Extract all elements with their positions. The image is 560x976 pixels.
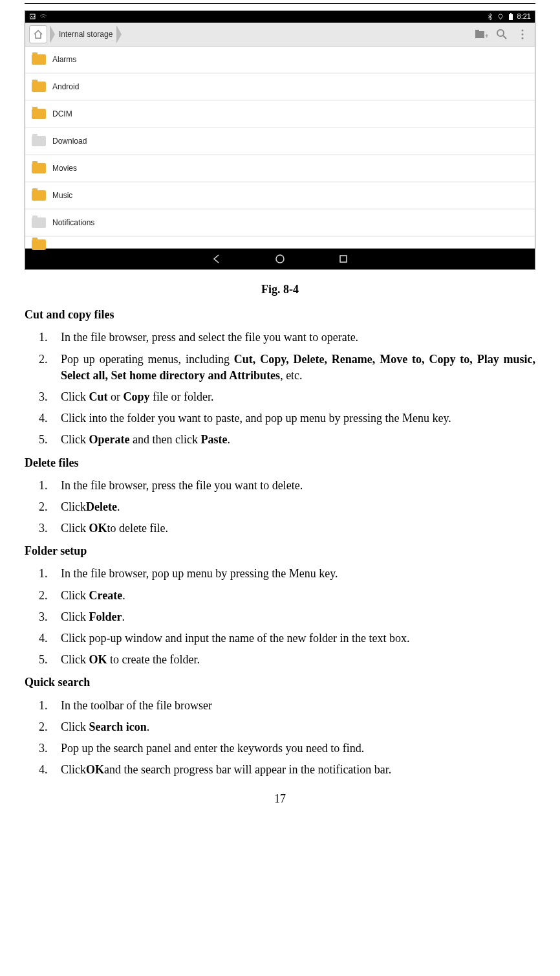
step-item: Click Search icon.	[39, 719, 535, 735]
status-bar: 8:21	[25, 11, 535, 23]
wifi-icon	[39, 13, 47, 21]
location-icon	[497, 13, 504, 21]
folder-row[interactable]: Android	[25, 74, 535, 100]
gallery-icon	[29, 13, 37, 21]
folder-row[interactable]: DCIM	[25, 101, 535, 127]
folder-row[interactable]: Alarms	[25, 47, 535, 72]
steps-list: In the file browser, press and select th…	[39, 329, 535, 448]
step-item: In the file browser, pop up menu by pres…	[39, 566, 535, 582]
folder-icon	[32, 190, 46, 201]
svg-rect-12	[340, 256, 347, 262]
svg-rect-1	[509, 14, 513, 20]
svg-rect-4	[475, 30, 479, 32]
folder-icon	[32, 239, 46, 250]
search-button[interactable]	[493, 26, 510, 43]
search-icon	[496, 28, 508, 40]
folder-name: DCIM	[52, 109, 72, 120]
step-item: Pop up the search panel and enter the ke…	[39, 740, 535, 757]
step-item: ClickDelete.	[39, 499, 535, 515]
home-button[interactable]	[29, 25, 47, 43]
section-title: Delete files	[25, 455, 535, 471]
svg-rect-2	[510, 13, 512, 14]
folder-add-icon: +	[475, 29, 488, 39]
svg-point-11	[276, 255, 284, 263]
step-item: Click into the folder you want to paste,…	[39, 410, 535, 427]
section-title: Quick search	[25, 674, 535, 691]
svg-text:+: +	[485, 32, 488, 39]
step-item: Click Cut or Copy file or folder.	[39, 389, 535, 405]
steps-list: In the file browser, press the file you …	[39, 478, 535, 537]
folder-row[interactable]: Music	[25, 183, 535, 208]
folder-row-partial	[25, 237, 535, 249]
svg-point-9	[522, 34, 524, 36]
back-icon	[211, 254, 222, 264]
folder-row[interactable]: Download	[25, 128, 535, 154]
chevron-icon	[50, 25, 55, 43]
folder-name: Android	[52, 82, 79, 93]
screenshot-file-browser: 8:21 Internal storage + Alarms Android D…	[25, 10, 535, 270]
folder-name: Notifications	[52, 217, 94, 228]
square-icon	[338, 254, 349, 264]
breadcrumb[interactable]: Internal storage	[56, 25, 115, 43]
steps-list: In the toolbar of the file browserClick …	[39, 698, 535, 779]
svg-point-8	[522, 30, 524, 32]
overflow-icon	[521, 28, 524, 40]
status-time: 8:21	[517, 12, 531, 21]
folder-name: Movies	[52, 163, 77, 174]
step-item: Click Folder.	[39, 609, 535, 625]
battery-icon	[507, 13, 515, 21]
file-list: Alarms Android DCIM Download Movies Musi…	[25, 47, 535, 249]
nav-bar	[25, 249, 535, 269]
folder-row[interactable]: Notifications	[25, 210, 535, 236]
section-title: Cut and copy files	[25, 307, 535, 323]
home-icon	[33, 29, 43, 39]
step-item: Pop up operating menus, including Cut, C…	[39, 351, 535, 384]
figure-caption: Fig. 8-4	[25, 282, 535, 298]
svg-rect-3	[475, 31, 484, 38]
folder-icon	[32, 109, 46, 119]
step-item: Click OK to create the folder.	[39, 652, 535, 668]
path-bar: Internal storage +	[25, 23, 535, 47]
folder-name: Download	[52, 136, 87, 147]
nav-home-button[interactable]	[274, 253, 286, 265]
folder-icon	[32, 82, 46, 92]
folder-icon	[32, 217, 46, 228]
steps-list: In the file browser, pop up menu by pres…	[39, 566, 535, 668]
step-item: In the toolbar of the file browser	[39, 698, 535, 714]
section-title: Folder setup	[25, 543, 535, 559]
svg-point-6	[497, 30, 504, 36]
page-number: 17	[25, 791, 535, 807]
top-rule	[25, 3, 535, 4]
chevron-icon	[116, 25, 122, 43]
breadcrumb-label: Internal storage	[56, 29, 115, 40]
step-item: Click Operate and then click Paste.	[39, 432, 535, 448]
step-item: Click pop-up window and input the name o…	[39, 630, 535, 647]
step-item: ClickOKand the search progress bar will …	[39, 762, 535, 778]
folder-icon	[32, 54, 46, 65]
nav-recent-button[interactable]	[338, 253, 349, 265]
menu-overflow-button[interactable]	[514, 26, 531, 43]
step-item: Click OKto delete file.	[39, 520, 535, 537]
folder-name: Music	[52, 190, 72, 201]
step-item: In the file browser, press the file you …	[39, 478, 535, 494]
bluetooth-icon	[486, 13, 494, 21]
folder-icon	[32, 163, 46, 173]
circle-icon	[275, 254, 285, 264]
add-folder-button[interactable]: +	[473, 26, 490, 43]
nav-back-button[interactable]	[211, 253, 222, 265]
svg-line-7	[503, 36, 506, 39]
step-item: In the file browser, press and select th…	[39, 329, 535, 346]
step-item: Click Create.	[39, 588, 535, 604]
folder-name: Alarms	[52, 54, 76, 65]
folder-icon	[32, 136, 46, 146]
folder-row[interactable]: Movies	[25, 155, 535, 181]
svg-point-10	[522, 38, 524, 39]
